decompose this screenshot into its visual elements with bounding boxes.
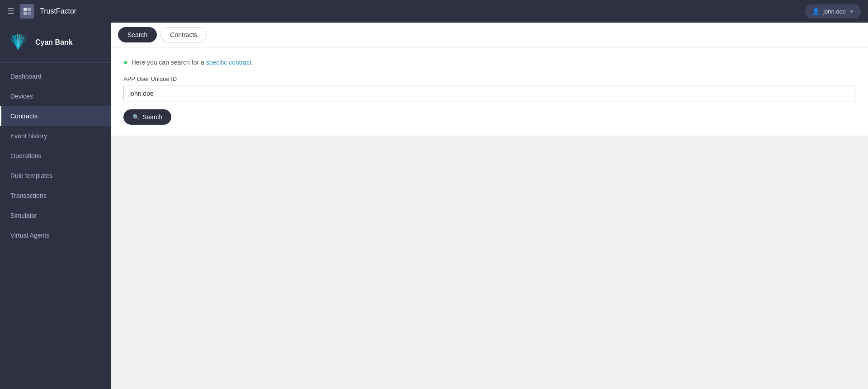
sidebar-item-devices[interactable]: Devices [0, 86, 111, 106]
sidebar-item-operations[interactable]: Operations [0, 146, 111, 166]
tab-contracts[interactable]: Contracts [160, 27, 207, 42]
sidebar-item-transactions[interactable]: Transactions [0, 186, 111, 206]
svg-rect-3 [28, 12, 31, 15]
search-panel: ● Here you can search for a specific con… [111, 47, 868, 136]
svg-rect-1 [28, 8, 31, 11]
hamburger-icon[interactable]: ☰ [7, 6, 14, 16]
app-user-id-input[interactable] [123, 85, 855, 102]
svg-rect-2 [24, 12, 27, 15]
tab-search[interactable]: Search [118, 27, 157, 42]
search-button[interactable]: 🔍 Search [123, 109, 171, 125]
user-menu[interactable]: 👤 john.doe ▼ [805, 5, 861, 18]
topbar-left: ☰ TrustFactor [7, 4, 76, 19]
org-logo [7, 32, 29, 53]
svg-rect-0 [24, 8, 27, 11]
topbar: ☰ TrustFactor 👤 john.doe ▼ [0, 0, 868, 23]
sidebar-item-dashboard[interactable]: Dashboard [0, 66, 111, 86]
main-layout: Cyan Bank Dashboard Devices Contracts Ev… [0, 23, 868, 389]
chevron-down-icon: ▼ [849, 9, 854, 14]
info-icon: ● [123, 58, 128, 66]
sidebar-nav: Dashboard Devices Contracts Event histor… [0, 63, 111, 249]
app-title: TrustFactor [40, 7, 76, 15]
sidebar-item-contracts[interactable]: Contracts [0, 106, 111, 126]
person-icon: 👤 [812, 8, 820, 15]
field-label: APP User Unique ID [123, 75, 855, 82]
specific-contract-link[interactable]: specific contract [206, 59, 251, 66]
info-banner: ● Here you can search for a specific con… [123, 58, 855, 66]
tab-bar: Search Contracts [111, 23, 868, 47]
sidebar: Cyan Bank Dashboard Devices Contracts Ev… [0, 23, 111, 389]
sidebar-item-event-history[interactable]: Event history [0, 126, 111, 146]
search-icon: 🔍 [132, 114, 140, 121]
sidebar-item-rule-templates[interactable]: Rule templates [0, 166, 111, 186]
org-header: Cyan Bank [0, 23, 111, 63]
username-label: john.doe [823, 8, 846, 15]
content-area: Search Contracts ● Here you can search f… [111, 23, 868, 389]
sidebar-item-virtual-agents[interactable]: Virtual Agents [0, 225, 111, 245]
info-text: Here you can search for a specific contr… [132, 59, 253, 66]
sidebar-item-simulator[interactable]: Simulator [0, 206, 111, 225]
app-logo [20, 4, 34, 19]
org-name: Cyan Bank [35, 38, 73, 47]
